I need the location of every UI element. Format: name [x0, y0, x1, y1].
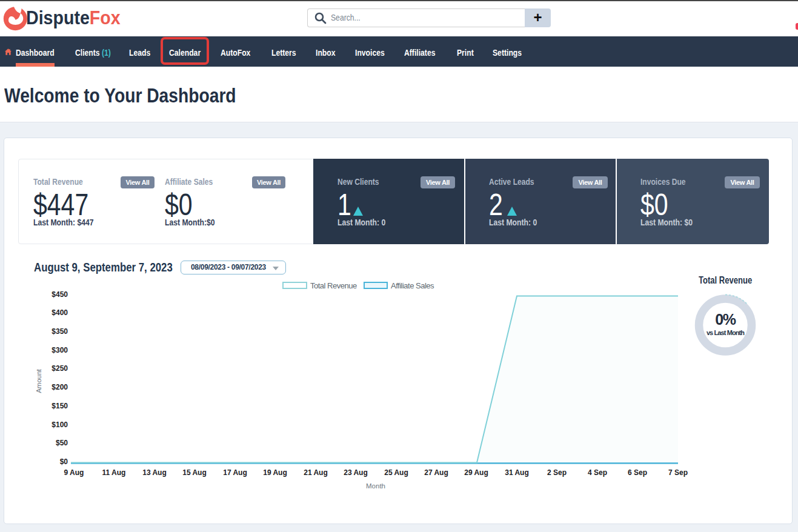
svg-text:4 Sep: 4 Sep — [588, 468, 607, 477]
svg-text:27 Aug: 27 Aug — [424, 468, 448, 477]
svg-text:vs Last Month: vs Last Month — [707, 329, 745, 336]
svg-text:$250: $250 — [52, 364, 68, 373]
svg-text:$50: $50 — [56, 439, 68, 447]
svg-text:Amount: Amount — [35, 368, 42, 393]
svg-text:21 Aug: 21 Aug — [304, 468, 328, 477]
svg-text:$400: $400 — [52, 308, 68, 317]
svg-text:13 Aug: 13 Aug — [142, 468, 167, 477]
svg-text:0%: 0% — [715, 311, 736, 328]
svg-text:$150: $150 — [52, 402, 68, 410]
svg-text:$0: $0 — [60, 457, 68, 466]
svg-text:Month: Month — [366, 482, 385, 490]
svg-text:2 Sep: 2 Sep — [547, 468, 567, 477]
svg-text:17 Aug: 17 Aug — [223, 468, 247, 477]
svg-text:23 Aug: 23 Aug — [344, 468, 368, 477]
svg-text:7 Sep: 7 Sep — [668, 468, 688, 477]
svg-text:31 Aug: 31 Aug — [505, 468, 529, 477]
svg-text:$300: $300 — [52, 346, 68, 354]
svg-text:11 Aug: 11 Aug — [102, 468, 126, 477]
svg-text:15 Aug: 15 Aug — [182, 468, 207, 477]
svg-text:25 Aug: 25 Aug — [384, 468, 408, 477]
svg-text:19 Aug: 19 Aug — [263, 468, 287, 477]
svg-text:6 Sep: 6 Sep — [628, 468, 647, 477]
svg-text:$200: $200 — [52, 383, 68, 391]
svg-text:9 Aug: 9 Aug — [64, 468, 84, 477]
svg-text:29 Aug: 29 Aug — [464, 468, 488, 477]
svg-text:$450: $450 — [52, 290, 68, 299]
svg-text:$350: $350 — [52, 327, 68, 336]
svg-text:$100: $100 — [52, 421, 68, 429]
